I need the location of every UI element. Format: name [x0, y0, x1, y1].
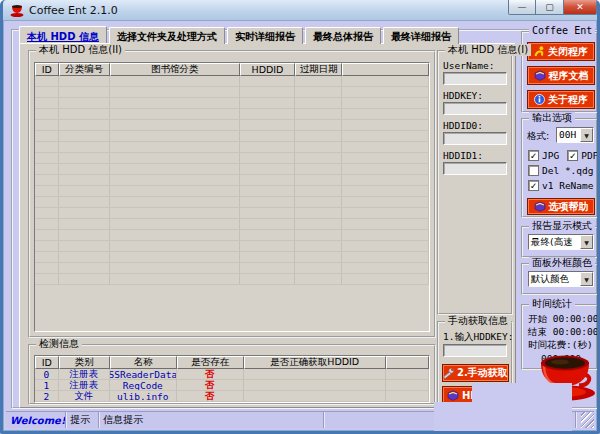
field-input[interactable]	[443, 102, 507, 115]
chevron-down-icon[interactable]: ▼	[580, 272, 593, 286]
table-cell	[110, 274, 240, 284]
column-header[interactable]: 名称	[110, 356, 177, 369]
table-cell	[59, 142, 110, 152]
empty-checkbox[interactable]	[528, 165, 539, 176]
table-cell	[386, 380, 429, 390]
hdd-info-table[interactable]: ID分类编号图书馆分类HDDID过期日期	[34, 62, 430, 332]
tab-1[interactable]: 选择文件夹及处理方式	[109, 27, 225, 44]
checkbox-jpg[interactable]: ✓JPG	[528, 150, 559, 161]
checkbox-pdf[interactable]: ✓PDF	[567, 150, 598, 161]
table-cell: 文件	[59, 391, 110, 401]
time-end: 结束 00:00:00	[528, 326, 599, 339]
field-input[interactable]	[443, 162, 507, 175]
table-cell	[342, 263, 429, 273]
group-report-mode: 报告显示模式 最终(高速 ▼	[521, 226, 598, 258]
book-icon	[534, 70, 546, 81]
table-cell	[295, 208, 342, 218]
table-cell	[59, 274, 110, 284]
table-header-row: ID类别名称是否存在是否正确获取HDDID	[35, 356, 429, 369]
table-cell	[35, 175, 59, 185]
table-row[interactable]: 2文件ulib.info否	[35, 391, 429, 402]
table-cell	[386, 369, 429, 379]
checkmark-icon[interactable]: ✓	[567, 150, 578, 161]
table-cell: SSReaderData	[110, 369, 177, 379]
table-empty-row	[35, 87, 429, 98]
manual-hddkey-input[interactable]	[443, 344, 507, 357]
close-button[interactable]: ✕	[564, 0, 597, 15]
column-header[interactable]	[342, 63, 429, 76]
checkmark-icon[interactable]: ✓	[528, 180, 539, 191]
column-header[interactable]: HDDID	[240, 63, 295, 76]
table-cell	[342, 98, 429, 108]
table-row[interactable]: 0注册表SSReaderData否	[35, 369, 429, 380]
column-header[interactable]: 图书馆分类	[110, 63, 240, 76]
table-cell	[59, 230, 110, 240]
table-cell	[244, 369, 386, 379]
options-help-button[interactable]: 选项帮助	[527, 198, 595, 215]
checkbox-v1-rename[interactable]: ✓v1 ReName	[528, 180, 593, 191]
column-header[interactable]	[386, 356, 429, 369]
group-title: 面板外框颜色	[529, 257, 595, 269]
column-header[interactable]: ID	[35, 356, 59, 369]
maximize-button[interactable]: ▢	[536, 0, 564, 15]
table-empty-row	[35, 274, 429, 285]
table-cell	[59, 241, 110, 251]
table-cell	[342, 120, 429, 130]
table-cell	[244, 402, 386, 403]
program-docs-button[interactable]: 程序文档	[527, 66, 595, 85]
table-cell	[110, 153, 240, 163]
title-bar[interactable]: Coffee Ent 2.1.0 — ▢ ✕	[3, 0, 597, 21]
checkmark-icon[interactable]: ✓	[528, 150, 539, 161]
tab-0[interactable]: 本机 HDD 信息	[19, 26, 107, 43]
manual-get-button[interactable]: 2.手动获取	[442, 364, 509, 382]
table-row[interactable]: 1注册表RegCode否	[35, 380, 429, 391]
report-mode-select[interactable]: 最终(高速 ▼	[528, 234, 594, 250]
chevron-down-icon[interactable]: ▼	[580, 235, 593, 249]
tab-3[interactable]: 最终总体报告	[305, 27, 381, 44]
table-cell	[110, 87, 240, 97]
field-input[interactable]	[443, 72, 507, 85]
table-empty-row	[35, 219, 429, 230]
close-program-button[interactable]: 关闭程序	[527, 42, 595, 61]
panel-color-select[interactable]: 默认颜色 ▼	[528, 271, 594, 287]
table-cell	[240, 197, 295, 207]
field-input[interactable]	[443, 132, 507, 145]
table-header-row: ID分类编号图书馆分类HDDID过期日期	[35, 63, 429, 76]
table-cell	[35, 153, 59, 163]
resize-grip[interactable]	[581, 412, 594, 428]
format-select[interactable]: 00H ▼	[556, 127, 594, 143]
table-empty-row	[35, 241, 429, 252]
table-cell	[240, 142, 295, 152]
field-label: UserName:	[443, 60, 494, 71]
table-cell	[295, 186, 342, 196]
table-cell	[110, 230, 240, 240]
table-empty-row	[35, 175, 429, 186]
column-header[interactable]: 过期日期	[295, 63, 342, 76]
column-header[interactable]: 是否存在	[177, 356, 244, 369]
format-label: 格式:	[527, 130, 549, 143]
table-cell	[295, 274, 342, 284]
column-header[interactable]: 类别	[59, 356, 110, 369]
table-cell	[295, 87, 342, 97]
about-program-button[interactable]: 关于程序	[527, 90, 595, 109]
column-header[interactable]: 分类编号	[59, 63, 110, 76]
table-cell	[110, 241, 240, 251]
table-cell	[295, 76, 342, 86]
table-cell	[59, 98, 110, 108]
blank-popup-overlay	[434, 402, 572, 431]
detect-info-table[interactable]: ID类别名称是否存在是否正确获取HDDID0注册表SSReaderData否1注…	[34, 355, 430, 403]
column-header[interactable]: ID	[35, 63, 59, 76]
tab-2[interactable]: 实时详细报告	[227, 27, 303, 44]
column-header[interactable]: 是否正确获取HDDID	[244, 356, 386, 369]
table-cell	[110, 402, 177, 403]
tab-4[interactable]: 最终详细报告	[383, 27, 459, 44]
table-cell	[177, 402, 244, 403]
checkbox-del-qdg[interactable]: Del *.qdg	[528, 165, 593, 176]
table-cell	[110, 142, 240, 152]
group-title: 本机 HDD 信息(I)	[445, 44, 531, 56]
table-cell	[35, 98, 59, 108]
chevron-down-icon[interactable]: ▼	[580, 128, 593, 142]
table-cell	[342, 197, 429, 207]
table-cell	[110, 252, 240, 262]
minimize-button[interactable]: —	[508, 0, 536, 15]
